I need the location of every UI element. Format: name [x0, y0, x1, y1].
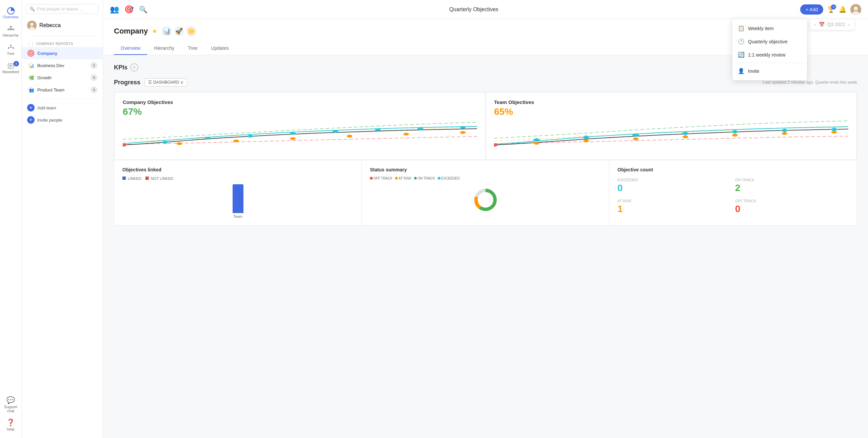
add-team-item[interactable]: + Add team: [22, 102, 103, 114]
sidebar-item-tree[interactable]: Tree: [1, 41, 20, 58]
dropdown-item-weekly-item[interactable]: 📋 Weekly item: [732, 22, 807, 35]
bar-chart-area: Team: [122, 185, 353, 218]
weekly-review-icon: 🔄: [738, 51, 745, 58]
trophy-btn[interactable]: 🏆 3: [827, 6, 835, 13]
kpis-label: KPIs: [114, 64, 127, 71]
top-bar: 👥 🎯 🔍 Quarterly Objectives + Add 🏆 3 🔔: [103, 0, 868, 19]
search-top-icon[interactable]: 🔍: [139, 5, 147, 14]
quarter-next-btn[interactable]: ›: [848, 22, 850, 27]
linked-legend-linked: ■ LINKED: [122, 176, 141, 181]
status-summary-card: Status summary OFF TRACK AT RISK ON TRAC…: [362, 160, 609, 225]
svg-point-39: [177, 142, 182, 145]
top-bar-title: Quarterly Objectives: [152, 6, 796, 13]
sidebar-item-help[interactable]: ❓ Help: [0, 416, 21, 434]
tab-hierarchy[interactable]: Hierarchy: [147, 42, 181, 55]
sidebar-item-overview[interactable]: Overview: [1, 4, 20, 22]
overview-icon: [7, 7, 15, 15]
bar-label-team: Team: [233, 214, 242, 218]
trophy-badge: 3: [831, 4, 836, 9]
company-objectives-chart: Company Objectives 67%: [114, 92, 486, 160]
exceeded-value: 0: [617, 183, 731, 193]
svg-text:👥: 👥: [29, 87, 34, 92]
svg-point-31: [162, 141, 168, 144]
growth-icon: 🌿: [27, 74, 35, 81]
add-button[interactable]: + Add: [800, 4, 823, 15]
svg-point-41: [290, 137, 296, 140]
svg-point-44: [460, 131, 466, 134]
svg-point-34: [290, 132, 296, 135]
team-objectives-chart: Team Objectives 65%: [486, 92, 857, 160]
tree-icon: [7, 44, 15, 51]
exceeded-label: EXCEEDED: [617, 178, 638, 182]
sidebar-item-newsfeed[interactable]: 3 Newsfeed: [1, 60, 20, 77]
obj-count-exceeded: EXCEEDED 0: [617, 176, 731, 193]
user-name-rebecca: Rebecca: [39, 22, 61, 28]
bell-btn[interactable]: 🔔: [839, 6, 846, 13]
tab-overview[interactable]: Overview: [114, 42, 147, 55]
svg-point-51: [782, 132, 788, 135]
user-item-rebecca[interactable]: Rebecca: [22, 18, 103, 33]
tab-updates[interactable]: Updates: [204, 42, 236, 55]
team-objectives-chart-area: [494, 121, 848, 148]
dropdown-item-weekly-review[interactable]: 🔄 1:1 weekly review: [732, 48, 807, 61]
star-icon[interactable]: ★: [152, 27, 157, 35]
legend-at-risk: AT RISK: [395, 176, 411, 180]
sidebar-item-tree-label: Tree: [7, 51, 14, 56]
page-body: KPIs + Progress ☰ DASHBOARD ∨ Last updat…: [103, 55, 868, 234]
target-icon[interactable]: 🎯: [124, 5, 134, 14]
svg-point-21: [30, 53, 32, 54]
team-view-icon[interactable]: 👥: [110, 5, 119, 14]
invite-people-item[interactable]: + Invite people: [22, 114, 103, 126]
svg-point-32: [205, 137, 211, 140]
add-button-label: + Add: [806, 7, 818, 12]
status-legend: OFF TRACK AT RISK ON TRACK EXCEEDED: [370, 176, 601, 180]
company-reports-section: ⋮⋮ COMPANY REPORTS: [22, 39, 103, 47]
stats-row: Objectives linked ■ LINKED ■ NOT LINKED: [114, 160, 857, 225]
kpi-add-button[interactable]: +: [130, 63, 138, 71]
nav-item-growth[interactable]: 🌿 Growth 4: [22, 71, 103, 84]
svg-point-29: [854, 6, 858, 11]
company-objectives-title: Company Objectives: [123, 99, 477, 105]
objective-count-title: Objective count: [617, 167, 849, 172]
quarter-prev-btn[interactable]: ‹: [814, 22, 816, 27]
nav-item-product-team[interactable]: 👥 Product Team 4: [22, 84, 103, 96]
tab-tree[interactable]: Tree: [181, 42, 204, 55]
dropdown-item-quarterly-objective[interactable]: 🕐 Quarterly objective: [732, 35, 807, 48]
obj-count-on-track: ON TRACK 2: [735, 176, 849, 193]
svg-point-17: [30, 23, 34, 26]
main-charts-grid: Company Objectives 67%: [114, 92, 857, 160]
donut-chart-area: [370, 183, 601, 217]
help-label: Help: [7, 427, 15, 431]
sidebar-item-support-chat[interactable]: 💬 Support chat: [0, 393, 21, 416]
dropdown-invite-label: Invite: [748, 68, 759, 74]
dropdown-item-invite[interactable]: 👤 Invite: [732, 64, 807, 78]
svg-point-37: [417, 127, 423, 130]
chevron-down-icon: ∨: [180, 80, 183, 85]
company-objectives-percent: 67%: [123, 106, 477, 117]
search-bar[interactable]: 🔍 Find people or teams ...: [26, 4, 99, 14]
progress-title: Progress: [114, 79, 140, 86]
svg-point-36: [375, 128, 381, 131]
sidebar-item-hierarchy[interactable]: Hierarchy: [1, 23, 20, 40]
svg-rect-54: [582, 135, 590, 139]
business-dev-icon: 📊: [27, 62, 35, 69]
obj-count-off-track: OFF TRACK 0: [735, 197, 849, 214]
nav-item-company[interactable]: Company: [22, 47, 103, 59]
nav-item-business-dev[interactable]: 📊 Business Dev 2: [22, 59, 103, 71]
user-avatar-top[interactable]: [850, 4, 861, 15]
obj-count-at-risk: AT RISK 1: [617, 197, 731, 214]
search-icon: 🔍: [29, 6, 35, 12]
company-objectives-chart-area: [123, 121, 477, 148]
sidebar-item-newsfeed-label: Newsfeed: [2, 70, 19, 74]
section-dots-icon: ⋮⋮: [27, 42, 34, 46]
svg-rect-58: [781, 128, 789, 132]
dashboard-button[interactable]: ☰ DASHBOARD ∨: [144, 78, 187, 86]
svg-point-42: [347, 135, 352, 138]
svg-rect-59: [830, 127, 838, 131]
nav-item-business-dev-label: Business Dev: [37, 63, 64, 68]
last-updated-text: Last updated 2 minutes ago. Quarter ends…: [763, 80, 857, 85]
svg-point-45: [123, 143, 126, 147]
support-chat-icon: 💬: [6, 396, 15, 404]
dashboard-icon: ☰: [148, 80, 152, 85]
quarter-nav: ‹ 📅 Q3 2021 ›: [810, 19, 854, 30]
